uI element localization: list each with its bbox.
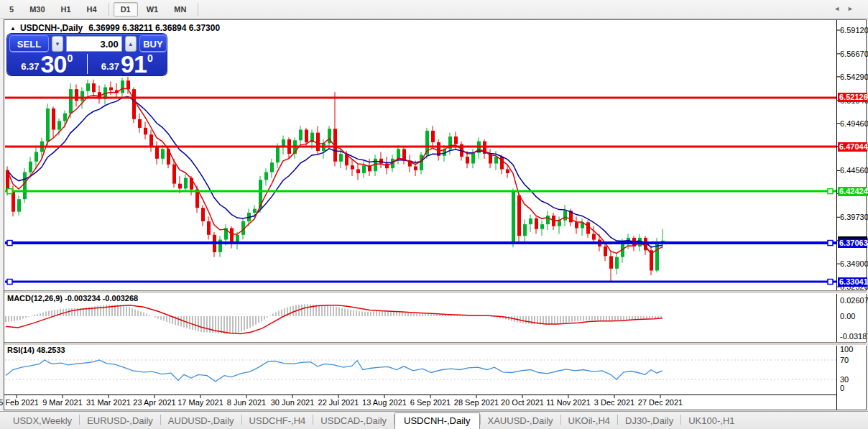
sell-price-big: 30 (41, 54, 67, 74)
sell-price-sup: 0 (67, 52, 73, 64)
date-axis-label: 8 Jun 2021 (227, 398, 266, 407)
chart-ohlc-values: 6.36999 6.38211 6.36894 6.37300 (88, 23, 220, 33)
macd-indicator-label: MACD(12,26,9) -0.003234 -0.003268 (7, 294, 138, 303)
line-handle[interactable] (828, 189, 833, 194)
sell-price-small: 6.37 (21, 61, 39, 72)
date-axis-label: 27 Dec 2021 (638, 398, 683, 407)
line-handle[interactable] (828, 280, 833, 285)
date-axis-label: 20 Oct 2021 (501, 398, 544, 407)
mt4-terminal: 5M30H1H4D1W1MN ▲USDCNH-,Daily6.36999 6.3… (0, 0, 868, 429)
price-axis-label: 6.49460 (840, 119, 868, 128)
line-handle[interactable] (7, 189, 12, 194)
date-axis-label: 13 Aug 2021 (362, 398, 407, 407)
date-axis-label: 9 Mar 2021 (42, 398, 83, 407)
buy-price-big: 91 (121, 54, 147, 74)
chart-title: ▲USDCNH-,Daily6.36999 6.38211 6.36894 6.… (10, 23, 220, 33)
volume-decrease-button[interactable]: ▼ (52, 36, 63, 52)
line-handle[interactable] (828, 241, 833, 246)
pane-splitter-rsi[interactable] (4, 342, 867, 346)
date-axis-label: 15 Feb 2021 (0, 398, 39, 407)
level-price-badge: 6.47044 (838, 142, 867, 152)
rsi-layer (5, 360, 836, 382)
rsi-indicator-label: RSI(14) 48.2533 (7, 346, 65, 354)
level-price-badge: 6.42424 (838, 187, 867, 196)
price-axis-label: 6.54290 (840, 73, 868, 81)
one-click-trading-panel: SELL ▼ ▲ BUY 6.37300 6.37910 (7, 34, 167, 75)
volume-increase-button[interactable]: ▲ (125, 36, 137, 52)
horizontal-lines-layer (5, 98, 836, 285)
date-axis-label: 30 Jun 2021 (271, 398, 315, 407)
trade-prices-row: 6.37300 6.37910 (7, 52, 167, 75)
price-axis-label: 6.59120 (840, 26, 868, 34)
price-axis-label: 6.39730 (840, 213, 868, 221)
date-axis-label: 28 Sep 2021 (454, 398, 499, 407)
candles-layer (6, 77, 665, 282)
buy-price-sup: 0 (147, 52, 153, 64)
price-axis-label: 6.56670 (840, 50, 868, 58)
level-price-badge: 6.37063 (838, 239, 867, 248)
date-axis-label: 6 Sep 2021 (410, 398, 451, 407)
date-axis-label: 3 Dec 2021 (594, 398, 634, 407)
date-axis-label: 22 Jul 2021 (318, 398, 359, 407)
volume-field-wrap (66, 36, 122, 52)
level-price-badge: 6.33041 (838, 277, 867, 287)
macd-axis-label: 0.00 (840, 312, 855, 320)
date-axis-label: 17 May 2021 (177, 398, 223, 407)
buy-price[interactable]: 6.37910 (88, 52, 167, 75)
macd-axis-label: -0.03187 (840, 332, 868, 341)
volume-input[interactable] (67, 37, 121, 51)
rsi-axis-label: 0 (840, 384, 844, 392)
axis-frame (4, 20, 840, 410)
level-price-badge: 6.52126 (838, 93, 867, 102)
date-axis-label: 23 Apr 2021 (133, 398, 175, 407)
macd-layer (6, 304, 662, 333)
line-handle[interactable] (7, 241, 12, 246)
buy-price-small: 6.37 (101, 61, 119, 72)
rsi-axis-label: 30 (840, 375, 849, 384)
price-axis-label: 6.34900 (840, 259, 868, 268)
chart-symbol-period: USDCNH-,Daily (20, 23, 83, 33)
rsi-axis-label: 100 (840, 345, 853, 354)
rsi-axis-label: 70 (840, 356, 849, 364)
macd-axis-label: 0.02607 (840, 296, 868, 305)
sell-price[interactable]: 6.37300 (7, 52, 87, 75)
date-axis-label: 31 Mar 2021 (86, 398, 131, 407)
collapse-panel-icon[interactable]: ▲ (10, 25, 16, 32)
price-axis-label: 6.44560 (840, 166, 868, 175)
date-axis-label: 11 Nov 2021 (546, 398, 591, 407)
line-handle[interactable] (7, 280, 12, 285)
